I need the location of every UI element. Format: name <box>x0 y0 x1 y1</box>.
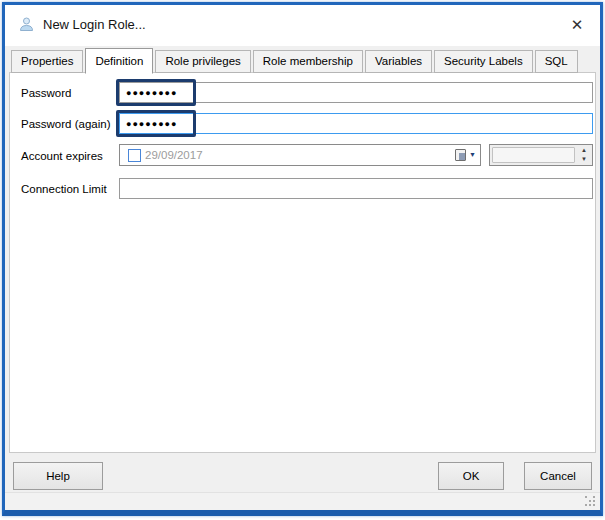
close-icon[interactable]: ✕ <box>566 14 588 36</box>
account-expires-checkbox[interactable] <box>128 149 141 162</box>
spinner-up-icon[interactable]: ▲ <box>576 146 592 155</box>
tab-role-membership[interactable]: Role membership <box>253 50 363 73</box>
tab-security-labels[interactable]: Security Labels <box>434 50 533 73</box>
status-strip <box>5 492 600 510</box>
calendar-icon <box>455 149 466 161</box>
connection-limit-input[interactable] <box>119 178 593 199</box>
tab-properties[interactable]: Properties <box>11 50 83 73</box>
password-again-label: Password (again) <box>21 118 110 130</box>
connection-limit-label: Connection Limit <box>21 183 107 195</box>
spinner-value-field[interactable] <box>492 147 575 163</box>
account-expires-date: 29/09/2017 <box>145 149 455 161</box>
password-label: Password <box>21 87 72 99</box>
screenshot-canvas: New Login Role... ✕ Properties Definitio… <box>0 0 605 520</box>
password-again-input[interactable]: ●●●●●●●● <box>119 113 593 134</box>
tab-definition[interactable]: Definition <box>85 48 153 74</box>
password-value: ●●●●●●●● <box>120 88 178 98</box>
cancel-button[interactable]: Cancel <box>524 462 592 490</box>
user-icon <box>18 16 35 33</box>
dialog-titlebar[interactable]: New Login Role... ✕ <box>5 5 600 46</box>
help-button[interactable]: Help <box>13 462 103 490</box>
new-login-role-dialog: New Login Role... ✕ Properties Definitio… <box>2 2 603 516</box>
spinner-arrows: ▲ ▼ <box>576 145 592 165</box>
spinner-down-icon[interactable]: ▼ <box>576 155 592 164</box>
resize-grip[interactable] <box>585 496 596 507</box>
tab-variables[interactable]: Variables <box>365 50 432 73</box>
ok-button[interactable]: OK <box>438 462 504 490</box>
calendar-dropdown-button[interactable]: ▼ <box>455 149 476 161</box>
dialog-title: New Login Role... <box>43 17 146 32</box>
account-expires-label: Account expires <box>21 150 103 162</box>
account-expires-field[interactable]: 29/09/2017 ▼ <box>119 144 481 166</box>
tab-sql[interactable]: SQL <box>535 50 578 73</box>
password-again-value: ●●●●●●●● <box>120 119 178 129</box>
password-input[interactable]: ●●●●●●●● <box>119 82 593 103</box>
expiry-time-spinner: ▲ ▼ <box>489 144 593 166</box>
tab-role-privileges[interactable]: Role privileges <box>155 50 250 73</box>
chevron-down-icon: ▼ <box>469 150 476 160</box>
tab-bar: Properties Definition Role privileges Ro… <box>11 47 580 73</box>
